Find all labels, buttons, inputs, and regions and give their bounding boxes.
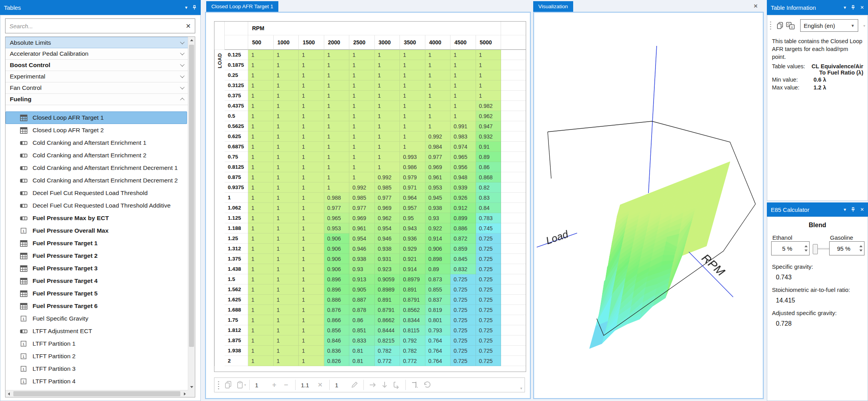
cell-0.4375-2000[interactable]: 1: [324, 101, 350, 111]
surface-3d-view[interactable]: Load RPM: [533, 12, 764, 399]
close-visualization-icon[interactable]: ✕: [754, 3, 758, 9]
cell-0.25-3000[interactable]: 1: [375, 70, 400, 80]
cell-0.1875-5000[interactable]: 1: [476, 60, 501, 70]
cell-0.375-3000[interactable]: 1: [375, 91, 400, 101]
cell-1.312-1500[interactable]: 1: [299, 244, 324, 254]
undo-icon[interactable]: [421, 380, 432, 390]
slider-thumb[interactable]: [813, 244, 818, 254]
cell-1.688-3000[interactable]: 0.8791: [375, 305, 400, 315]
cell-0.125-1000[interactable]: 1: [274, 50, 299, 60]
cell-0.75-500[interactable]: 1: [248, 152, 274, 162]
cell-1.75-5000[interactable]: 0.725: [476, 315, 501, 325]
cell-0.25-5000[interactable]: 1: [476, 70, 501, 80]
cell-1.875-1500[interactable]: 1: [299, 335, 324, 346]
cell-1.875-3000[interactable]: 0.8215: [375, 335, 400, 346]
cell-1.188-3500[interactable]: 0.943: [400, 223, 425, 233]
tree-item-ltft-adjustment-ect[interactable]: LTFT Adjustment ECT: [5, 325, 188, 337]
cell-1.875-4500[interactable]: 0.725: [450, 335, 476, 346]
tree-item-fuel-pressure-overall-max[interactable]: 1Fuel Pressure Overall Max: [5, 224, 188, 237]
row-header-0.3125[interactable]: 0.3125: [225, 80, 248, 91]
cell-0.625-4000[interactable]: 0.992: [425, 131, 451, 142]
tree-item-cold-cranking-and-afterstart-enrichment-decrement-1[interactable]: Cold Cranking and Afterstart Enrichment …: [5, 162, 188, 174]
cell-1.375-4500[interactable]: 0.845: [450, 254, 476, 264]
cell-0.75-4000[interactable]: 0.977: [425, 152, 451, 162]
cell-0.1875-3500[interactable]: 1: [400, 60, 425, 70]
cell-1.625-4000[interactable]: 0.837: [425, 295, 451, 305]
cell-0.25-1500[interactable]: 1: [299, 70, 324, 80]
cell-0.3125-3500[interactable]: 1: [400, 80, 425, 91]
tree-hscroll-thumb[interactable]: [13, 391, 180, 396]
cell-0.9375-3000[interactable]: 0.985: [375, 182, 400, 193]
cell-1.75-4000[interactable]: 0.801: [425, 315, 451, 325]
spin-up-icon[interactable]: [859, 245, 863, 247]
scroll-up-icon[interactable]: [190, 39, 193, 41]
cell-0.3125-1500[interactable]: 1: [299, 80, 324, 91]
cell-0.75-3000[interactable]: 1: [375, 152, 400, 162]
cell-1.562-3000[interactable]: 0.8989: [375, 284, 400, 295]
row-header-1.938[interactable]: 1.938: [225, 346, 248, 356]
cell-1.25-1000[interactable]: 1: [274, 233, 299, 244]
cell-1.75-3000[interactable]: 0.8662: [375, 315, 400, 325]
cell-1.5-3000[interactable]: 0.9059: [375, 274, 400, 284]
cell-1.312-5000[interactable]: 0.725: [476, 244, 501, 254]
cell-1.938-5000[interactable]: 0.725: [476, 346, 501, 356]
afr-target-grid[interactable]: RPM5001000150020002500300035004000450050…: [214, 21, 526, 372]
cell-0.25-4000[interactable]: 1: [425, 70, 451, 80]
cell-0.8125-2000[interactable]: 1: [324, 162, 350, 172]
toolbar-drag-handle[interactable]: [218, 381, 220, 389]
cell-0.1875-1500[interactable]: 1: [299, 60, 324, 70]
cell-0.1875-3000[interactable]: 1: [375, 60, 400, 70]
toolbar-overflow-icon[interactable]: ▾: [520, 386, 522, 392]
category-fan-control[interactable]: Fan Control: [5, 82, 188, 94]
cell-0.125-1500[interactable]: 1: [299, 50, 324, 60]
row-header-0.125[interactable]: 0.125: [225, 50, 248, 60]
cell-0.6875-3000[interactable]: 1: [375, 142, 400, 152]
cell-0.875-4500[interactable]: 0.948: [450, 172, 476, 182]
cell-1.438-500[interactable]: 1: [248, 264, 274, 274]
cell-1-4500[interactable]: 0.926: [450, 193, 476, 203]
cell-0.6875-4500[interactable]: 0.974: [450, 142, 476, 152]
row-header-0.5625[interactable]: 0.5625: [225, 121, 248, 131]
cell-0.3125-4500[interactable]: 1: [450, 80, 476, 91]
cell-0.375-2500[interactable]: 1: [349, 91, 375, 101]
cell-0.6875-2500[interactable]: 1: [349, 142, 375, 152]
cell-1.75-500[interactable]: 1: [248, 315, 274, 325]
cell-0.1875-1000[interactable]: 1: [274, 60, 299, 70]
cell-0.625-5000[interactable]: 0.932: [476, 131, 501, 142]
category-experimental[interactable]: Experimental: [5, 71, 188, 82]
cell-0.125-500[interactable]: 1: [248, 50, 274, 60]
cell-0.75-3500[interactable]: 0.993: [400, 152, 425, 162]
tree-item-fuel-pressure-target-6[interactable]: Fuel Pressure Target 6: [5, 300, 188, 312]
normalize-icon[interactable]: [409, 380, 421, 390]
cell-0.25-1000[interactable]: 1: [274, 70, 299, 80]
chevron-down-icon[interactable]: ▾: [185, 5, 187, 10]
cell-1-2500[interactable]: 0.985: [349, 193, 375, 203]
row-header-1.062[interactable]: 1.062: [225, 203, 248, 213]
cell-1.125-4000[interactable]: 0.93: [425, 213, 451, 223]
cell-1.438-4000[interactable]: 0.89: [425, 264, 451, 274]
cell-0.6875-4000[interactable]: 0.984: [425, 142, 451, 152]
cell-1.375-2000[interactable]: 0.906: [324, 254, 350, 264]
cell-1.375-500[interactable]: 1: [248, 254, 274, 264]
cell-1.312-1000[interactable]: 1: [274, 244, 299, 254]
cell-0.9375-4500[interactable]: 0.939: [450, 182, 476, 193]
cell-0.375-4500[interactable]: 1: [450, 91, 476, 101]
tree-item-fuel-pressure-target-1[interactable]: Fuel Pressure Target 1: [5, 237, 188, 250]
tab-closed-loop-afr-target-1[interactable]: Closed Loop AFR Target 1: [206, 1, 278, 12]
cell-1.312-4000[interactable]: 0.906: [425, 244, 451, 254]
category-boost-control[interactable]: Boost Control: [5, 60, 188, 71]
cell-0.25-3500[interactable]: 1: [400, 70, 425, 80]
cell-1.938-3000[interactable]: 0.782: [375, 346, 400, 356]
column-header-500[interactable]: 500: [248, 35, 274, 50]
row-header-0.25[interactable]: 0.25: [225, 70, 248, 80]
cell-1.812-1000[interactable]: 1: [274, 325, 299, 335]
cell-1.688-5000[interactable]: 0.725: [476, 305, 501, 315]
cell-0.875-1000[interactable]: 1: [274, 172, 299, 182]
cell-1.125-2500[interactable]: 0.969: [349, 213, 375, 223]
cell-0.4375-500[interactable]: 1: [248, 101, 274, 111]
cell-1.812-4500[interactable]: 0.725: [450, 325, 476, 335]
cell-1.25-3500[interactable]: 0.936: [400, 233, 425, 244]
row-header-0.6875[interactable]: 0.6875: [225, 142, 248, 152]
cell-0.625-1500[interactable]: 1: [299, 131, 324, 142]
cell-2-4000[interactable]: 0.764: [425, 356, 451, 366]
